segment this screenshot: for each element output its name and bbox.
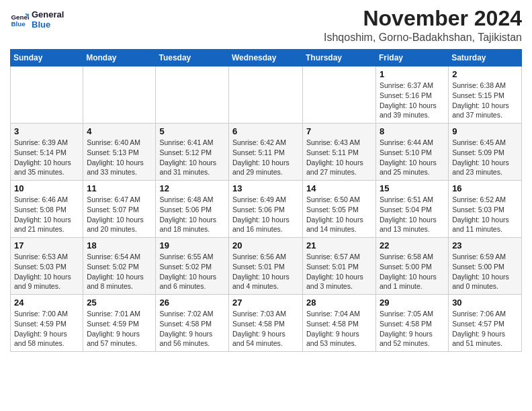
day-number: 6 [232, 126, 299, 136]
calendar-header-monday: Monday [83, 50, 156, 66]
calendar-cell: 20Sunrise: 6:56 AM Sunset: 5:01 PM Dayli… [229, 238, 303, 295]
calendar-cell: 10Sunrise: 6:46 AM Sunset: 5:08 PM Dayli… [11, 181, 83, 238]
day-number: 3 [14, 126, 79, 136]
day-number: 16 [452, 183, 518, 193]
day-info: Sunrise: 6:59 AM Sunset: 5:00 PM Dayligh… [452, 252, 518, 291]
calendar-cell: 3Sunrise: 6:39 AM Sunset: 5:14 PM Daylig… [11, 124, 83, 181]
day-number: 28 [306, 298, 372, 308]
day-number: 20 [232, 240, 299, 250]
calendar-cell: 26Sunrise: 7:02 AM Sunset: 4:58 PM Dayli… [156, 295, 229, 352]
calendar-cell: 24Sunrise: 7:00 AM Sunset: 4:59 PM Dayli… [11, 295, 83, 352]
calendar-cell: 5Sunrise: 6:41 AM Sunset: 5:12 PM Daylig… [156, 124, 229, 181]
day-info: Sunrise: 6:42 AM Sunset: 5:11 PM Dayligh… [232, 138, 299, 177]
day-info: Sunrise: 6:48 AM Sunset: 5:06 PM Dayligh… [159, 195, 225, 234]
calendar-cell: 11Sunrise: 6:47 AM Sunset: 5:07 PM Dayli… [83, 181, 156, 238]
calendar-week-5: 24Sunrise: 7:00 AM Sunset: 4:59 PM Dayli… [11, 295, 522, 352]
calendar-cell [229, 66, 303, 124]
day-number: 8 [380, 126, 445, 136]
calendar-header-wednesday: Wednesday [229, 50, 303, 66]
calendar-cell: 15Sunrise: 6:51 AM Sunset: 5:04 PM Dayli… [376, 181, 449, 238]
calendar-cell: 30Sunrise: 7:06 AM Sunset: 4:57 PM Dayli… [449, 295, 522, 352]
calendar-table: SundayMondayTuesdayWednesdayThursdayFrid… [10, 49, 522, 352]
day-info: Sunrise: 6:53 AM Sunset: 5:03 PM Dayligh… [14, 252, 79, 291]
calendar-cell: 14Sunrise: 6:50 AM Sunset: 5:05 PM Dayli… [303, 181, 376, 238]
calendar-cell: 21Sunrise: 6:57 AM Sunset: 5:01 PM Dayli… [303, 238, 376, 295]
day-info: Sunrise: 7:06 AM Sunset: 4:57 PM Dayligh… [452, 309, 518, 349]
calendar-header-row: SundayMondayTuesdayWednesdayThursdayFrid… [11, 50, 522, 66]
calendar-header-friday: Friday [376, 50, 449, 66]
day-number: 12 [159, 183, 225, 193]
day-info: Sunrise: 6:54 AM Sunset: 5:02 PM Dayligh… [87, 252, 152, 291]
day-number: 13 [232, 183, 299, 193]
title-area: November 2024 Ishqoshim, Gorno-Badakhsha… [324, 7, 522, 44]
calendar-cell: 27Sunrise: 7:03 AM Sunset: 4:58 PM Dayli… [229, 295, 303, 352]
day-number: 9 [452, 126, 518, 136]
day-number: 23 [452, 240, 518, 250]
day-number: 21 [306, 240, 372, 250]
calendar-cell [156, 66, 229, 124]
day-info: Sunrise: 6:38 AM Sunset: 5:15 PM Dayligh… [452, 81, 518, 120]
calendar-cell: 25Sunrise: 7:01 AM Sunset: 4:59 PM Dayli… [83, 295, 156, 352]
day-info: Sunrise: 6:44 AM Sunset: 5:10 PM Dayligh… [380, 138, 445, 177]
svg-text:Blue: Blue [11, 20, 26, 28]
day-info: Sunrise: 6:46 AM Sunset: 5:08 PM Dayligh… [14, 195, 79, 234]
day-number: 15 [380, 183, 445, 193]
calendar-week-4: 17Sunrise: 6:53 AM Sunset: 5:03 PM Dayli… [11, 238, 522, 295]
day-info: Sunrise: 6:43 AM Sunset: 5:11 PM Dayligh… [306, 138, 372, 177]
day-info: Sunrise: 6:56 AM Sunset: 5:01 PM Dayligh… [232, 252, 299, 291]
day-number: 5 [159, 126, 225, 136]
day-info: Sunrise: 6:47 AM Sunset: 5:07 PM Dayligh… [87, 195, 152, 234]
day-number: 1 [380, 69, 445, 79]
day-info: Sunrise: 7:00 AM Sunset: 4:59 PM Dayligh… [14, 309, 79, 349]
day-number: 14 [306, 183, 372, 193]
calendar-cell: 2Sunrise: 6:38 AM Sunset: 5:15 PM Daylig… [449, 66, 522, 124]
calendar-header-tuesday: Tuesday [156, 50, 229, 66]
calendar-cell: 29Sunrise: 7:05 AM Sunset: 4:58 PM Dayli… [376, 295, 449, 352]
logo: General Blue General Blue [10, 9, 64, 30]
calendar-cell: 12Sunrise: 6:48 AM Sunset: 5:06 PM Dayli… [156, 181, 229, 238]
calendar-cell: 8Sunrise: 6:44 AM Sunset: 5:10 PM Daylig… [376, 124, 449, 181]
calendar-cell: 7Sunrise: 6:43 AM Sunset: 5:11 PM Daylig… [303, 124, 376, 181]
calendar-cell: 4Sunrise: 6:40 AM Sunset: 5:13 PM Daylig… [83, 124, 156, 181]
calendar-cell: 1Sunrise: 6:37 AM Sunset: 5:16 PM Daylig… [376, 66, 449, 124]
day-number: 25 [87, 298, 152, 308]
calendar-cell: 23Sunrise: 6:59 AM Sunset: 5:00 PM Dayli… [449, 238, 522, 295]
day-info: Sunrise: 7:02 AM Sunset: 4:58 PM Dayligh… [159, 309, 225, 349]
calendar-cell: 18Sunrise: 6:54 AM Sunset: 5:02 PM Dayli… [83, 238, 156, 295]
calendar-week-1: 1Sunrise: 6:37 AM Sunset: 5:16 PM Daylig… [11, 66, 522, 124]
day-number: 24 [14, 298, 79, 308]
day-info: Sunrise: 7:05 AM Sunset: 4:58 PM Dayligh… [380, 309, 445, 349]
day-number: 2 [452, 69, 518, 79]
day-info: Sunrise: 6:50 AM Sunset: 5:05 PM Dayligh… [306, 195, 372, 234]
day-number: 29 [380, 298, 445, 308]
calendar-cell: 28Sunrise: 7:04 AM Sunset: 4:58 PM Dayli… [303, 295, 376, 352]
day-info: Sunrise: 6:41 AM Sunset: 5:12 PM Dayligh… [159, 138, 225, 177]
day-number: 26 [159, 298, 225, 308]
calendar-cell [83, 66, 156, 124]
day-info: Sunrise: 6:55 AM Sunset: 5:02 PM Dayligh… [159, 252, 225, 291]
calendar-cell [11, 66, 83, 124]
day-number: 10 [14, 183, 79, 193]
day-number: 4 [87, 126, 152, 136]
calendar-cell [303, 66, 376, 124]
day-info: Sunrise: 6:39 AM Sunset: 5:14 PM Dayligh… [14, 138, 79, 177]
day-info: Sunrise: 7:01 AM Sunset: 4:59 PM Dayligh… [87, 309, 152, 349]
day-info: Sunrise: 7:03 AM Sunset: 4:58 PM Dayligh… [232, 309, 299, 349]
calendar-header-thursday: Thursday [303, 50, 376, 66]
logo-icon: General Blue [10, 10, 29, 29]
location-title: Ishqoshim, Gorno-Badakhshan, Tajikistan [324, 32, 522, 44]
calendar-cell: 9Sunrise: 6:45 AM Sunset: 5:09 PM Daylig… [449, 124, 522, 181]
day-number: 11 [87, 183, 152, 193]
calendar-cell: 17Sunrise: 6:53 AM Sunset: 5:03 PM Dayli… [11, 238, 83, 295]
calendar-week-3: 10Sunrise: 6:46 AM Sunset: 5:08 PM Dayli… [11, 181, 522, 238]
calendar-cell: 16Sunrise: 6:52 AM Sunset: 5:03 PM Dayli… [449, 181, 522, 238]
logo-line1: General [32, 9, 64, 19]
calendar-cell: 13Sunrise: 6:49 AM Sunset: 5:06 PM Dayli… [229, 181, 303, 238]
day-number: 19 [159, 240, 225, 250]
day-info: Sunrise: 7:04 AM Sunset: 4:58 PM Dayligh… [306, 309, 372, 349]
day-info: Sunrise: 6:57 AM Sunset: 5:01 PM Dayligh… [306, 252, 372, 291]
day-number: 18 [87, 240, 152, 250]
page-header: General Blue General Blue November 2024 … [10, 7, 522, 44]
calendar-header-saturday: Saturday [449, 50, 522, 66]
logo-line2: Blue [32, 19, 64, 30]
